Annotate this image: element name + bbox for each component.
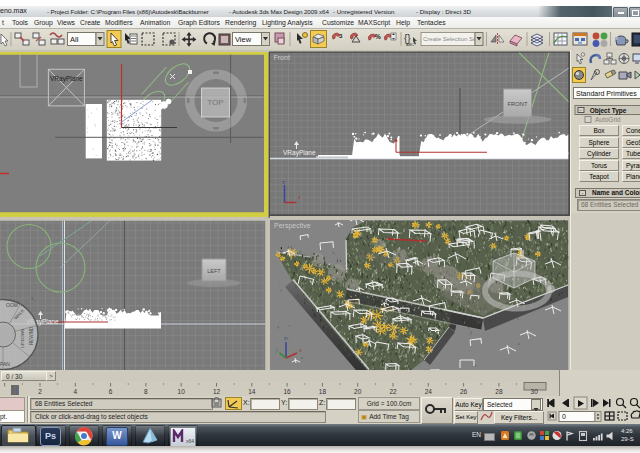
svg-text:ABC: ABC [406, 42, 414, 47]
svg-text:AutoGrid: AutoGrid [595, 116, 621, 123]
svg-text:-: - [580, 107, 582, 113]
svg-text:All: All [70, 35, 79, 44]
svg-text:0: 0 [562, 413, 566, 420]
svg-text:18: 18 [319, 388, 327, 395]
svg-text:z: z [284, 335, 287, 341]
svg-text:View: View [235, 35, 252, 44]
svg-text:24: 24 [425, 388, 433, 395]
svg-text:%: % [375, 33, 381, 40]
svg-text:12: 12 [213, 388, 221, 395]
svg-text:3: 3 [339, 33, 343, 39]
svg-text:6: 6 [109, 388, 113, 395]
svg-text:LEFT: LEFT [207, 268, 221, 274]
svg-text:28: 28 [495, 388, 503, 395]
svg-text:22: 22 [389, 388, 397, 395]
svg-text:OOM: OOM [6, 302, 18, 308]
svg-text:Front: Front [274, 54, 290, 61]
svg-text:FRONT: FRONT [508, 101, 528, 107]
svg-text:4: 4 [73, 388, 77, 395]
svg-text:VRayPlane: VRayPlane [50, 75, 83, 83]
svg-text:PAN: PAN [0, 361, 10, 367]
svg-text:Standard Primitives: Standard Primitives [576, 90, 637, 97]
svg-text:2: 2 [38, 388, 42, 395]
svg-text:TOP: TOP [207, 98, 223, 107]
svg-text:Perspective: Perspective [274, 222, 311, 230]
svg-text:10: 10 [178, 388, 186, 395]
svg-text:x: x [299, 347, 302, 353]
svg-text:Create Selection Set: Create Selection Set [423, 36, 478, 42]
svg-text:REWIND: REWIND [29, 326, 34, 345]
svg-text:8: 8 [144, 388, 148, 395]
svg-text:Object Type: Object Type [590, 107, 627, 115]
svg-text:30: 30 [531, 388, 539, 395]
svg-text:16: 16 [283, 388, 291, 395]
svg-text:20: 20 [354, 388, 362, 395]
svg-text:UP/DOWN: UP/DOWN [20, 329, 25, 348]
svg-text:x: x [298, 194, 301, 200]
svg-text:y: y [275, 347, 278, 353]
svg-text:14: 14 [248, 388, 256, 395]
svg-text:VRayPlane: VRayPlane [283, 149, 316, 157]
svg-text:26: 26 [460, 388, 468, 395]
svg-text:z: z [282, 179, 285, 185]
